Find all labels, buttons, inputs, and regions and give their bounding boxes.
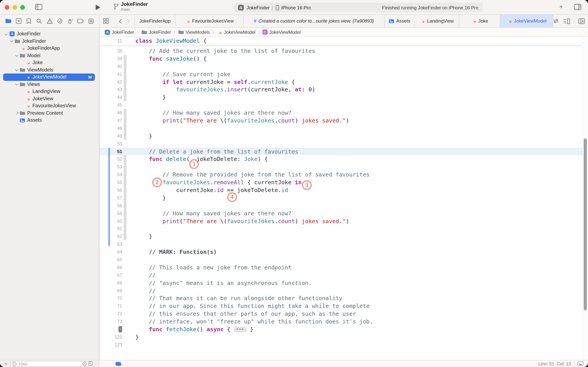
chevron-down-icon[interactable]: [4, 33, 8, 35]
scheme-selector[interactable]: A JokeFinder ⟩ iPhone 16 Pro Finished ru…: [233, 3, 483, 12]
line-number[interactable]: 46: [100, 110, 122, 115]
sidebar-item-views[interactable]: Views: [0, 81, 99, 88]
breadcrumb-item[interactable]: JokeFinder: [141, 30, 171, 34]
issue-navigator-icon[interactable]: [46, 17, 53, 25]
fold-chevron-icon[interactable]: ›: [119, 326, 122, 332]
code-line[interactable]: 38 // Add the current joke to the list o…: [100, 47, 583, 55]
line-number[interactable]: 70: [100, 296, 122, 301]
breadcrumb-item[interactable]: ViewModels: [178, 30, 210, 34]
line-number[interactable]: 68: [100, 281, 122, 285]
editor-tab-jokeviewmodel[interactable]: JokeViewModel: [500, 15, 553, 27]
line-number[interactable]: 58: [100, 203, 122, 208]
sidebar-item-joke[interactable]: Joke: [0, 59, 99, 66]
code-line[interactable]: 46 // How many saved jokes are there now…: [100, 109, 583, 117]
code-line[interactable]: 70 // That means it can be run alongside…: [100, 294, 583, 302]
code-line[interactable]: 123: [100, 341, 583, 349]
sidebar-item-jokefinder[interactable]: AJokeFinder: [0, 30, 99, 38]
editor-tab-jokefinderapp[interactable]: JokeFinderApp: [134, 15, 175, 27]
go-back-button[interactable]: [119, 19, 124, 24]
changes-filter-icon[interactable]: [88, 362, 93, 366]
recents-clock-icon[interactable]: [83, 362, 87, 366]
breadcrumb-item[interactable]: CJokeViewModel: [262, 30, 301, 35]
line-number[interactable]: 122: [100, 335, 122, 339]
code-line[interactable]: 68 // "async" means it is an asynchronou…: [100, 279, 583, 287]
line-number[interactable]: 64: [100, 250, 122, 254]
line-number[interactable]: 54: [100, 172, 122, 177]
line-number[interactable]: 67: [100, 273, 122, 278]
editor-tab-joke[interactable]: Joke: [459, 15, 500, 27]
code-line[interactable]: 48: [100, 125, 583, 132]
line-number[interactable]: 45: [100, 103, 122, 107]
minimize-window-button[interactable]: [12, 5, 17, 10]
line-number[interactable]: 50: [100, 141, 122, 146]
code-line[interactable]: 60 print("There are \(favouriteJokes.cou…: [100, 217, 583, 225]
sticky-code-line[interactable]: 11class JokeViewModel {: [100, 37, 207, 45]
line-number[interactable]: 38: [100, 49, 122, 53]
breadcrumb-item[interactable]: AJokeFinder: [105, 29, 134, 35]
code-line[interactable]: 56 currentJoke.id == jokeToDelete.id: [100, 186, 583, 194]
code-line[interactable]: 55 favouriteJokes.removeAll { currentJok…: [100, 178, 583, 186]
sticky-declaration-row[interactable]: 11class JokeViewModel {: [100, 37, 588, 45]
line-number[interactable]: 39: [100, 56, 122, 61]
sidebar-item-preview-content[interactable]: Preview Content: [0, 109, 99, 117]
code-line[interactable]: 64 // MARK: Function(s): [100, 248, 583, 256]
code-line[interactable]: 72 // this ensures that other parts of o…: [100, 310, 583, 318]
toggle-navigator-icon[interactable]: [35, 4, 42, 10]
code-line[interactable]: 42 if let currentJoke = self.currentJoke…: [100, 78, 583, 86]
editor-scrollbar[interactable]: [583, 37, 588, 360]
code-line[interactable]: 59 // How many saved jokes are there now…: [100, 209, 583, 217]
report-navigator-icon[interactable]: [87, 17, 95, 25]
related-items-grid-icon[interactable]: [103, 18, 109, 24]
line-number[interactable]: 66: [100, 265, 122, 270]
line-number[interactable]: 11: [100, 39, 122, 43]
code-line[interactable]: 40: [100, 63, 583, 70]
code-line[interactable]: 49 }: [100, 132, 583, 140]
toggle-inspector-icon[interactable]: [574, 4, 581, 10]
chevron-right-icon[interactable]: [14, 112, 19, 114]
line-number[interactable]: 53: [100, 165, 122, 169]
swap-editors-icon[interactable]: [553, 18, 559, 24]
scheme-app-name[interactable]: JokeFinder: [247, 5, 270, 10]
editor-tab-created-a-custom-color-to-ouri[interactable]: #Created a custom color to...ourite joke…: [244, 15, 385, 27]
sidebar-item-favouritejokesview[interactable]: FavouriteJokesView: [0, 102, 99, 109]
code-line[interactable]: 73 // interface, won't "freeze up" while…: [100, 318, 583, 325]
sidebar-item-landingview[interactable]: LandingView: [0, 88, 99, 95]
line-number[interactable]: 73: [100, 319, 122, 324]
code-lines[interactable]: 38 // Add the current joke to the list o…: [100, 47, 583, 349]
sidebar-item-jokefinder[interactable]: JokeFinder: [0, 38, 99, 45]
line-number[interactable]: 52: [100, 157, 122, 162]
editor-tab-landingview[interactable]: LandingView: [415, 15, 459, 27]
code-line[interactable]: 53: [100, 163, 583, 171]
breakpoint-navigator-icon[interactable]: [77, 17, 84, 25]
chevron-down-icon[interactable]: [9, 40, 14, 42]
line-number[interactable]: 69: [100, 288, 122, 293]
line-number[interactable]: 71: [100, 304, 122, 309]
line-number[interactable]: 63: [100, 242, 122, 246]
code-line[interactable]: 69 //: [100, 287, 583, 294]
line-number[interactable]: 55: [100, 180, 122, 185]
chevron-down-icon[interactable]: [14, 83, 19, 85]
line-number[interactable]: 48: [100, 126, 122, 131]
code-line[interactable]: 43 favouriteJokes.insert(currentJoke, at…: [100, 86, 583, 93]
bookmark-navigator-icon[interactable]: [25, 17, 33, 25]
sidebar-item-jokefinderapp[interactable]: JokeFinderApp: [0, 45, 99, 52]
editor-tab-assets[interactable]: Assets: [385, 15, 415, 27]
code-line[interactable]: 41 // Save current joke: [100, 70, 583, 78]
code-line[interactable]: 58: [100, 202, 583, 209]
chevron-down-icon[interactable]: [14, 69, 19, 71]
scheme-device[interactable]: iPhone 16 Pro: [281, 5, 311, 10]
line-number[interactable]: 42: [100, 80, 122, 84]
code-line[interactable]: 54 // Remove the provided joke from the …: [100, 171, 583, 179]
code-editor[interactable]: 11class JokeViewModel { 38 // Add the cu…: [99, 37, 588, 360]
code-line[interactable]: 63: [100, 241, 583, 248]
zoom-window-button[interactable]: [20, 5, 25, 10]
code-line[interactable]: 65: [100, 256, 583, 264]
debug-navigator-icon[interactable]: [67, 17, 74, 25]
filter-input[interactable]: [18, 361, 68, 367]
line-number[interactable]: 43: [100, 87, 122, 92]
folded-code-pill[interactable]: •••: [234, 326, 247, 332]
line-number[interactable]: 59: [100, 211, 122, 216]
code-line[interactable]: 71 // in our app. Since this function mi…: [100, 302, 583, 310]
source-control-navigator-icon[interactable]: [15, 17, 22, 25]
line-number[interactable]: 44: [100, 95, 122, 100]
